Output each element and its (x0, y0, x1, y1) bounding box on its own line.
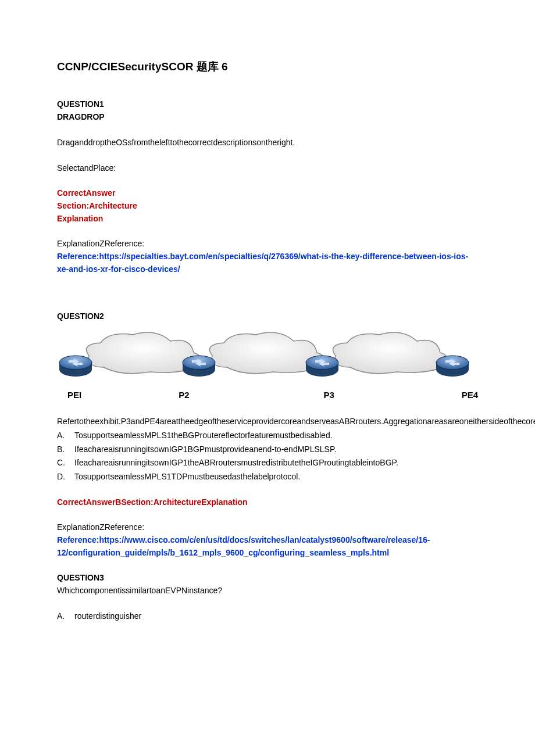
q2-reference: Reference:https://www.cisco.com/c/en/us/… (57, 534, 478, 559)
q1-select-place: SelectandPlace: (57, 162, 478, 175)
q1-reference-link[interactable]: https://specialties.bayt.com/en/specialt… (57, 252, 468, 274)
q3-options: A.routerdistinguisher (57, 610, 478, 623)
option-letter: B. (57, 443, 74, 456)
diagram-label-p2: P2 (89, 388, 247, 402)
q1-headings: QUESTION1 DRAGDROP (57, 98, 478, 123)
q3-text: WhichcomponentissimilartoanEVPNinstance? (57, 585, 478, 597)
option-letter: C. (57, 457, 74, 470)
q1-correct-answer: CorrectAnswer (57, 187, 478, 200)
spacer (57, 410, 478, 415)
q3-option-a: A.routerdistinguisher (57, 610, 478, 623)
router-icon (436, 356, 469, 377)
option-text: TosupportseamlessMPLS1theBGProutereflect… (74, 429, 333, 442)
diagram-label-p3: P3 (247, 388, 391, 402)
q1-reference-prefix: Reference: (57, 252, 99, 261)
diagram-label-pe4: PE4 (392, 388, 478, 402)
q1-explanation-ref-label: ExplanationZReference: (57, 238, 478, 250)
router-icon (59, 356, 92, 377)
q1-reference-block: ExplanationZReference: Reference:https:/… (57, 238, 478, 275)
q2-option-d: D.TosupportseamlessMPLS1TDPmustbeusedast… (57, 471, 478, 483)
q2-option-b: B.IfeachareaisrunningitsownIGP1BGPmustpr… (57, 443, 478, 456)
option-text: TosupportseamlessMPLS1TDPmustbeusedasthe… (74, 471, 300, 483)
router-icon (306, 356, 338, 377)
option-text: routerdistinguisher (74, 610, 141, 623)
spacer (57, 275, 478, 310)
q1-answer-block: CorrectAnswer Section:Architecture Expla… (57, 187, 478, 225)
option-text: IfeachareaisrunningitsownIGP1theABRroute… (74, 457, 398, 470)
q2-options: A.TosupportseamlessMPLS1theBGProuterefle… (57, 429, 478, 483)
router-icon (183, 356, 215, 377)
cloud-icon (333, 332, 447, 374)
option-letter: A. (57, 610, 74, 623)
question1-subheading: DRAGDROP (57, 111, 478, 124)
q2-reference-prefix: Reference: (57, 535, 99, 544)
diagram-labels-row: PEI P2 P3 PE4 (57, 388, 478, 402)
option-text: IfeachareaisrunningitsownIGP1BGPmustprov… (74, 443, 336, 456)
q1-reference: Reference:https://specialties.bayt.com/e… (57, 250, 478, 275)
q2-reference-link[interactable]: https://www.cisco.com/c/en/us/td/docs/sw… (57, 535, 430, 557)
option-letter: A. (57, 429, 74, 442)
q2-network-diagram: PEI P2 P3 PE4 (57, 327, 478, 402)
network-topology-svg (57, 327, 476, 385)
page-title: CCNP/CCIESecuritySCOR 题库 6 (57, 58, 478, 75)
document-page: CCNP/CCIESecuritySCOR 题库 6 QUESTION1 DRA… (0, 0, 535, 756)
diagram-label-pei: PEI (57, 388, 89, 402)
q2-reference-block: ExplanationZReference: Reference:https:/… (57, 521, 478, 559)
q1-instruction: DraganddroptheOSsfromthelefttothecorrect… (57, 137, 478, 149)
q2-text: Refertotheexhibit.P3andPE4areattheedgeof… (57, 415, 478, 428)
question1-heading: QUESTION1 (57, 98, 478, 111)
question2-heading: QUESTION2 (57, 310, 478, 323)
q1-explanation-label: Explanation (57, 213, 478, 225)
q2-explanation-ref-label: ExplanationZReference: (57, 521, 478, 534)
q1-section: Section:Architecture (57, 200, 478, 213)
q2-option-a: A.TosupportseamlessMPLS1theBGProuterefle… (57, 429, 478, 442)
option-letter: D. (57, 471, 74, 483)
question3-heading: QUESTION3 (57, 572, 478, 585)
q2-option-c: C.IfeachareaisrunningitsownIGP1theABRrou… (57, 457, 478, 470)
q2-correct-answer: CorrectAnswerBSection:ArchitectureExplan… (57, 496, 478, 509)
